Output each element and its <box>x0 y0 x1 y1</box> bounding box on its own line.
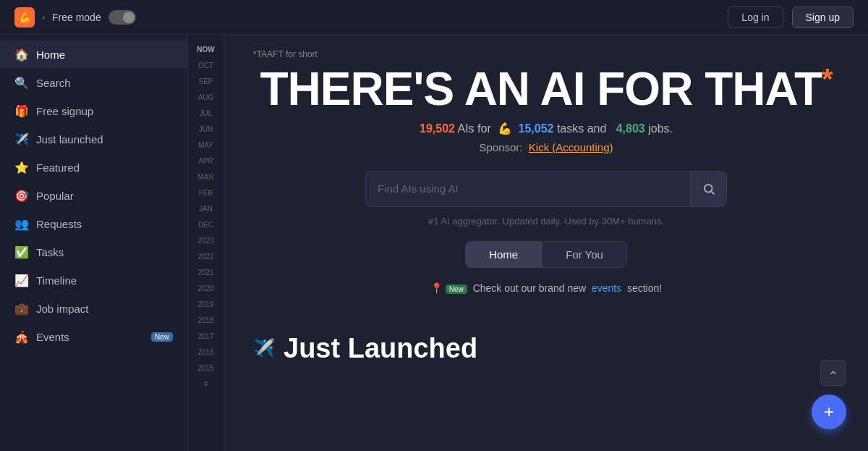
sidebar-item-featured[interactable]: ⭐ Featured <box>0 153 187 182</box>
search-icon: 🔍 <box>14 76 27 90</box>
events-banner-link[interactable]: events <box>592 282 621 294</box>
sidebar-item-job-impact[interactable]: 💼 Job impact <box>0 295 187 323</box>
sidebar-label-events: Events <box>36 331 69 343</box>
hero-asterisk: * <box>822 63 833 95</box>
sidebar-label-job-impact: Job impact <box>36 303 89 315</box>
timeline-date-dec: DEC <box>198 217 213 233</box>
content-area: NOWOCTSEPAUGJULJUNMAYAPRMARFEBJANDEC2023… <box>188 35 868 451</box>
popular-icon: 🎯 <box>14 189 27 203</box>
events-banner-text-after: section! <box>627 282 662 294</box>
timeline-date-now: NOW <box>197 42 214 58</box>
timeline-date-jul: JUL <box>200 106 213 122</box>
timeline-date-mar: MAR <box>197 169 213 185</box>
scroll-top-button[interactable] <box>820 360 846 386</box>
sidebar-item-search[interactable]: 🔍 Search <box>0 69 187 97</box>
timeline-date-sep: SEP <box>198 74 213 90</box>
search-input[interactable] <box>366 182 690 195</box>
sidebar-label-search: Search <box>36 77 71 89</box>
free-mode-label: Free mode <box>52 12 101 23</box>
tabs-container: Home For You <box>253 241 839 268</box>
timeline-date-2016: 2016 <box>197 345 213 361</box>
signup-button[interactable]: Sign up <box>792 7 854 28</box>
sidebar-label-popular: Popular <box>36 190 74 202</box>
sidebar-item-just-launched[interactable]: ✈️ Just launched <box>0 125 187 153</box>
tab-for-you[interactable]: For You <box>542 241 627 268</box>
hero-stats: 19,502 AIs for 💪 15,052 tasks and 4,803 … <box>253 122 839 135</box>
timeline-date-2020: 2020 <box>197 281 213 297</box>
stat2-label: tasks and <box>557 122 606 135</box>
sidebar-label-requests: Requests <box>36 218 82 230</box>
just-launched-title: Just Launched <box>284 333 477 364</box>
timeline-date-may: MAY <box>198 138 213 153</box>
sidebar-label-timeline: Timeline <box>36 274 77 287</box>
sidebar-item-timeline[interactable]: 📈 Timeline <box>0 266 187 295</box>
events-banner: 📍 New Check out our brand new events sec… <box>253 282 839 294</box>
sidebar-label-featured: Featured <box>36 161 80 174</box>
new-tag: New <box>446 284 467 294</box>
timeline-date-2017: 2017 <box>197 329 213 345</box>
timeline-date-2022: 2022 <box>197 249 213 265</box>
search-icon <box>702 182 715 195</box>
sidebar-label-free-signup: Free signup <box>36 105 93 117</box>
free-signup-icon: 🎁 <box>14 104 27 118</box>
requests-icon: 👥 <box>14 217 27 231</box>
job-impact-icon: 💼 <box>14 302 27 316</box>
timeline-icon: 📈 <box>14 274 27 287</box>
timeline-date-apr: APR <box>198 153 213 169</box>
chevron-up-icon <box>828 368 838 378</box>
just-launched-icon: ✈️ <box>14 132 27 146</box>
timeline-date-2018: 2018 <box>197 313 213 329</box>
hero-title: THERE'S AN AI FOR THAT* <box>253 64 839 114</box>
timeline-date-jan: JAN <box>199 201 213 217</box>
events-banner-text-before: Check out our brand new <box>473 282 586 294</box>
sidebar-item-tasks[interactable]: ✅ Tasks <box>0 238 187 266</box>
stat1-label: AIs for <box>457 122 490 135</box>
svg-line-1 <box>711 191 714 194</box>
timeline-dates: NOWOCTSEPAUGJULJUNMAYAPRMARFEBJANDEC2023… <box>188 35 224 451</box>
tab-home[interactable]: Home <box>465 241 542 268</box>
stat3-number: 4,803 <box>616 122 645 135</box>
sidebar-item-popular[interactable]: 🎯 Popular <box>0 182 187 210</box>
timeline-date-aug: AUG <box>198 90 214 106</box>
sidebar-item-events[interactable]: 🎪 Events New <box>0 323 187 351</box>
search-bar-container <box>253 171 839 207</box>
svg-point-0 <box>705 185 712 193</box>
login-button[interactable]: Log in <box>728 7 783 28</box>
sidebar-item-requests[interactable]: 👥 Requests <box>0 210 187 238</box>
just-launched-section-header: ✈️ Just Launched <box>224 333 868 364</box>
sponsor-link[interactable]: Kick (Accounting) <box>529 141 613 153</box>
timeline-date-#: # <box>204 376 208 392</box>
timeline-date-feb: FEB <box>199 185 213 201</box>
taaft-subtitle: *TAAFT for short <box>253 49 839 59</box>
search-tagline: #1 AI aggregator. Updated daily. Used by… <box>253 216 839 227</box>
events-icon: 🎪 <box>14 330 27 344</box>
timeline-date-2015: 2015 <box>197 361 213 376</box>
sidebar-label-just-launched: Just launched <box>36 133 103 146</box>
chevron-icon: › <box>42 12 45 22</box>
search-bar <box>365 171 727 207</box>
home-icon: 🏠 <box>14 48 27 62</box>
top-nav-left: 💪 › Free mode <box>14 7 136 28</box>
sidebar-item-home[interactable]: 🏠 Home <box>0 41 187 69</box>
timeline-date-jun: JUN <box>199 122 213 138</box>
timeline-date-2023: 2023 <box>197 233 213 249</box>
logo-icon: 💪 <box>14 7 35 28</box>
hero-sponsor: Sponsor: Kick (Accounting) <box>253 141 839 153</box>
timeline-date-oct: OCT <box>198 58 213 74</box>
sidebar-label-tasks: Tasks <box>36 246 64 258</box>
stat2-number: 15,052 <box>519 122 554 135</box>
sidebar: 🏠 Home 🔍 Search 🎁 Free signup ✈️ Just la… <box>0 35 188 451</box>
stat3-label: jobs. <box>648 122 673 135</box>
stat1-number: 19,502 <box>420 122 455 135</box>
new-badge-events: New <box>151 332 173 342</box>
top-nav: 💪 › Free mode Log in Sign up <box>0 0 868 35</box>
tasks-icon: ✅ <box>14 245 27 259</box>
sidebar-item-free-signup[interactable]: 🎁 Free signup <box>0 97 187 125</box>
main-layout: 🏠 Home 🔍 Search 🎁 Free signup ✈️ Just la… <box>0 35 868 451</box>
fab-button[interactable]: + <box>812 395 846 429</box>
timeline-date-2021: 2021 <box>197 265 213 281</box>
search-button[interactable] <box>690 171 726 207</box>
hero-section: *TAAFT for short THERE'S AN AI FOR THAT*… <box>224 35 868 333</box>
free-mode-toggle[interactable] <box>109 10 136 25</box>
top-nav-right: Log in Sign up <box>728 7 854 28</box>
